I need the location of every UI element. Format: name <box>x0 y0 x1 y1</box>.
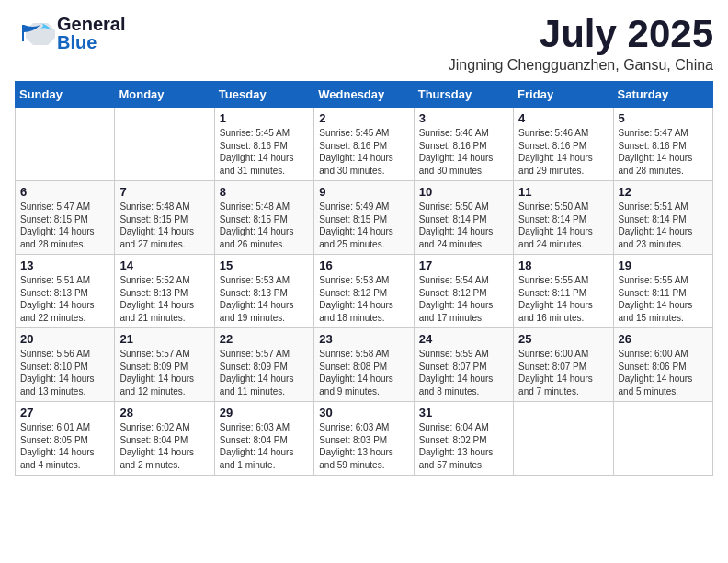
logo: General Blue <box>15 15 125 52</box>
column-header-friday: Friday <box>514 82 613 108</box>
calendar-cell: 9Sunrise: 5:49 AM Sunset: 8:15 PM Daylig… <box>314 181 414 255</box>
calendar-cell: 5Sunrise: 5:47 AM Sunset: 8:16 PM Daylig… <box>613 108 712 181</box>
day-info: Sunrise: 5:51 AM Sunset: 8:13 PM Dayligh… <box>20 274 109 324</box>
calendar-week-1: 1Sunrise: 5:45 AM Sunset: 8:16 PM Daylig… <box>16 108 713 181</box>
calendar-week-5: 27Sunrise: 6:01 AM Sunset: 8:05 PM Dayli… <box>16 402 713 476</box>
day-info: Sunrise: 5:53 AM Sunset: 8:12 PM Dayligh… <box>319 274 408 324</box>
day-number: 30 <box>319 406 408 419</box>
column-header-monday: Monday <box>115 82 214 108</box>
calendar-cell: 6Sunrise: 5:47 AM Sunset: 8:15 PM Daylig… <box>16 181 115 255</box>
column-header-sunday: Sunday <box>16 82 115 108</box>
calendar-cell <box>613 402 712 476</box>
calendar-cell: 1Sunrise: 5:45 AM Sunset: 8:16 PM Daylig… <box>214 108 313 181</box>
calendar-cell: 7Sunrise: 5:48 AM Sunset: 8:15 PM Daylig… <box>115 181 214 255</box>
day-number: 17 <box>419 259 508 272</box>
calendar-cell: 18Sunrise: 5:55 AM Sunset: 8:11 PM Dayli… <box>514 255 613 328</box>
calendar-cell: 15Sunrise: 5:53 AM Sunset: 8:13 PM Dayli… <box>214 255 313 328</box>
calendar-cell: 21Sunrise: 5:57 AM Sunset: 8:09 PM Dayli… <box>115 328 214 402</box>
day-number: 11 <box>518 185 608 199</box>
calendar-cell: 31Sunrise: 6:04 AM Sunset: 8:02 PM Dayli… <box>414 402 513 476</box>
day-number: 9 <box>319 185 408 199</box>
calendar-cell: 26Sunrise: 6:00 AM Sunset: 8:06 PM Dayli… <box>613 328 712 402</box>
day-number: 22 <box>220 332 309 346</box>
day-info: Sunrise: 5:48 AM Sunset: 8:15 PM Dayligh… <box>119 201 209 250</box>
day-number: 6 <box>20 185 109 199</box>
calendar-table: SundayMondayTuesdayWednesdayThursdayFrid… <box>15 81 713 476</box>
day-number: 24 <box>419 332 508 346</box>
day-number: 20 <box>20 332 109 346</box>
day-info: Sunrise: 5:48 AM Sunset: 8:15 PM Dayligh… <box>220 201 309 250</box>
day-info: Sunrise: 6:02 AM Sunset: 8:04 PM Dayligh… <box>119 421 209 471</box>
calendar-cell: 14Sunrise: 5:52 AM Sunset: 8:13 PM Dayli… <box>115 255 214 328</box>
calendar-cell: 8Sunrise: 5:48 AM Sunset: 8:15 PM Daylig… <box>214 181 313 255</box>
calendar-cell: 4Sunrise: 5:46 AM Sunset: 8:16 PM Daylig… <box>514 108 613 181</box>
day-info: Sunrise: 5:56 AM Sunset: 8:10 PM Dayligh… <box>20 348 109 397</box>
calendar-cell: 17Sunrise: 5:54 AM Sunset: 8:12 PM Dayli… <box>414 255 513 328</box>
calendar-cell: 3Sunrise: 5:46 AM Sunset: 8:16 PM Daylig… <box>414 108 513 181</box>
column-header-saturday: Saturday <box>613 82 712 108</box>
day-info: Sunrise: 5:47 AM Sunset: 8:16 PM Dayligh… <box>619 127 708 177</box>
day-info: Sunrise: 5:45 AM Sunset: 8:16 PM Dayligh… <box>220 127 309 177</box>
calendar-cell: 12Sunrise: 5:51 AM Sunset: 8:14 PM Dayli… <box>613 181 712 255</box>
calendar-cell <box>514 402 613 476</box>
calendar-cell: 29Sunrise: 6:03 AM Sunset: 8:04 PM Dayli… <box>214 402 313 476</box>
day-number: 2 <box>319 111 408 125</box>
day-info: Sunrise: 5:46 AM Sunset: 8:16 PM Dayligh… <box>419 127 508 177</box>
day-info: Sunrise: 5:57 AM Sunset: 8:09 PM Dayligh… <box>220 348 309 397</box>
day-info: Sunrise: 6:01 AM Sunset: 8:05 PM Dayligh… <box>20 421 109 471</box>
day-info: Sunrise: 5:55 AM Sunset: 8:11 PM Dayligh… <box>619 274 708 324</box>
day-number: 10 <box>419 185 508 199</box>
day-number: 12 <box>619 185 708 199</box>
day-number: 5 <box>619 111 708 125</box>
day-info: Sunrise: 5:50 AM Sunset: 8:14 PM Dayligh… <box>518 201 608 250</box>
page-header: General Blue July 2025 Jingning Chenggua… <box>15 15 713 74</box>
day-number: 19 <box>619 259 708 272</box>
calendar-week-2: 6Sunrise: 5:47 AM Sunset: 8:15 PM Daylig… <box>16 181 713 255</box>
title-block: July 2025 Jingning Chengguanzhen, Gansu,… <box>449 15 713 74</box>
month-title: July 2025 <box>449 15 713 53</box>
calendar-week-3: 13Sunrise: 5:51 AM Sunset: 8:13 PM Dayli… <box>16 255 713 328</box>
day-info: Sunrise: 5:53 AM Sunset: 8:13 PM Dayligh… <box>220 274 309 324</box>
calendar-cell: 23Sunrise: 5:58 AM Sunset: 8:08 PM Dayli… <box>314 328 414 402</box>
day-number: 25 <box>518 332 608 346</box>
calendar-cell: 20Sunrise: 5:56 AM Sunset: 8:10 PM Dayli… <box>16 328 115 402</box>
day-number: 13 <box>20 259 109 272</box>
calendar-cell: 22Sunrise: 5:57 AM Sunset: 8:09 PM Dayli… <box>214 328 313 402</box>
day-number: 27 <box>20 406 109 419</box>
calendar-cell: 2Sunrise: 5:45 AM Sunset: 8:16 PM Daylig… <box>314 108 414 181</box>
day-info: Sunrise: 5:51 AM Sunset: 8:14 PM Dayligh… <box>619 201 708 250</box>
day-number: 3 <box>419 111 508 125</box>
calendar-cell: 11Sunrise: 5:50 AM Sunset: 8:14 PM Dayli… <box>514 181 613 255</box>
day-number: 26 <box>619 332 708 346</box>
svg-marker-1 <box>26 23 55 45</box>
day-number: 4 <box>518 111 608 125</box>
calendar-cell: 28Sunrise: 6:02 AM Sunset: 8:04 PM Dayli… <box>115 402 214 476</box>
calendar-cell: 13Sunrise: 5:51 AM Sunset: 8:13 PM Dayli… <box>16 255 115 328</box>
calendar-cell: 27Sunrise: 6:01 AM Sunset: 8:05 PM Dayli… <box>16 402 115 476</box>
day-number: 21 <box>119 332 209 346</box>
calendar-cell: 16Sunrise: 5:53 AM Sunset: 8:12 PM Dayli… <box>314 255 414 328</box>
day-number: 29 <box>220 406 309 419</box>
calendar-cell: 25Sunrise: 6:00 AM Sunset: 8:07 PM Dayli… <box>514 328 613 402</box>
calendar-cell: 30Sunrise: 6:03 AM Sunset: 8:03 PM Dayli… <box>314 402 414 476</box>
column-header-wednesday: Wednesday <box>314 82 414 108</box>
day-number: 7 <box>119 185 209 199</box>
day-info: Sunrise: 5:47 AM Sunset: 8:15 PM Dayligh… <box>20 201 109 250</box>
column-header-thursday: Thursday <box>414 82 513 108</box>
calendar-header-row: SundayMondayTuesdayWednesdayThursdayFrid… <box>16 82 713 108</box>
day-info: Sunrise: 6:00 AM Sunset: 8:06 PM Dayligh… <box>619 348 708 397</box>
day-info: Sunrise: 5:50 AM Sunset: 8:14 PM Dayligh… <box>419 201 508 250</box>
day-info: Sunrise: 5:45 AM Sunset: 8:16 PM Dayligh… <box>319 127 408 177</box>
day-info: Sunrise: 5:59 AM Sunset: 8:07 PM Dayligh… <box>419 348 508 397</box>
day-info: Sunrise: 5:52 AM Sunset: 8:13 PM Dayligh… <box>119 274 209 324</box>
column-header-tuesday: Tuesday <box>214 82 313 108</box>
calendar-cell: 10Sunrise: 5:50 AM Sunset: 8:14 PM Dayli… <box>414 181 513 255</box>
day-info: Sunrise: 5:57 AM Sunset: 8:09 PM Dayligh… <box>119 348 209 397</box>
calendar-cell <box>16 108 115 181</box>
day-number: 31 <box>419 406 508 419</box>
day-number: 16 <box>319 259 408 272</box>
day-info: Sunrise: 5:54 AM Sunset: 8:12 PM Dayligh… <box>419 274 508 324</box>
day-info: Sunrise: 5:49 AM Sunset: 8:15 PM Dayligh… <box>319 201 408 250</box>
day-info: Sunrise: 5:46 AM Sunset: 8:16 PM Dayligh… <box>518 127 608 177</box>
day-number: 8 <box>220 185 309 199</box>
